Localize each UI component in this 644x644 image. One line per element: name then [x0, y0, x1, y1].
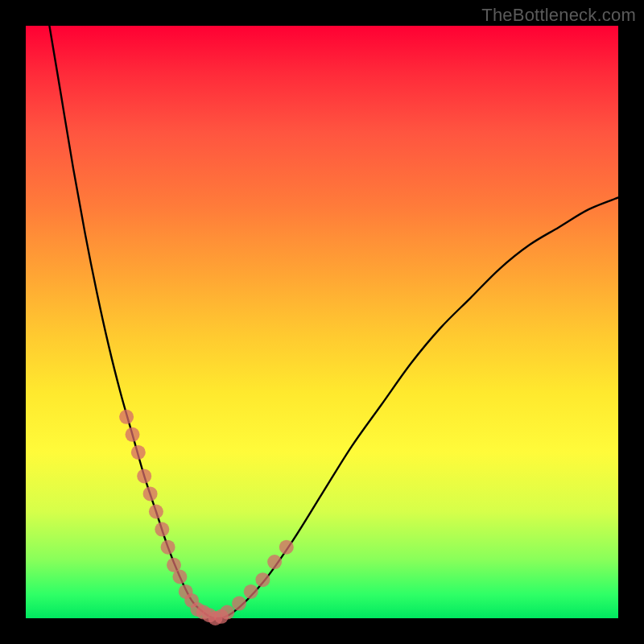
marker-dot	[149, 505, 163, 519]
marker-dot	[131, 445, 146, 460]
marker-dot	[155, 522, 169, 537]
watermark-text: TheBottleneck.com	[481, 5, 636, 26]
marker-dot	[232, 597, 246, 611]
marker-dot	[172, 570, 187, 584]
marker-dot	[279, 540, 294, 555]
marker-dot	[119, 410, 134, 424]
chart-svg	[26, 26, 618, 618]
chart-stage: TheBottleneck.com	[0, 0, 644, 644]
marker-dot	[161, 540, 175, 555]
marker-dot	[244, 584, 258, 599]
marker-dot	[143, 486, 158, 501]
marker-dot	[267, 555, 282, 569]
highlight-markers	[119, 410, 294, 625]
marker-dot	[126, 427, 140, 442]
v-curve-line	[49, 26, 618, 618]
chart-plot-area	[26, 26, 618, 618]
marker-dot	[220, 605, 234, 620]
marker-dot	[255, 572, 270, 587]
marker-dot	[137, 469, 151, 483]
